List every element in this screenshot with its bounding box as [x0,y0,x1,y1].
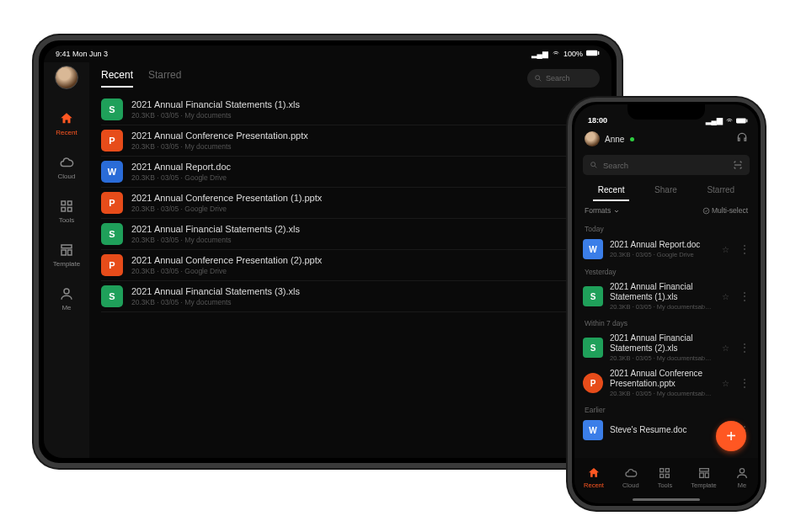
sidebar-item-recent[interactable]: Recent [56,111,77,136]
star-icon[interactable]: ☆ [722,379,729,388]
file-type-icon: W [101,161,123,183]
tab-starred[interactable]: Starred [148,69,181,88]
search-input[interactable]: Search [527,69,600,88]
tab-share[interactable]: Share [649,182,682,201]
file-row[interactable]: S2021 Annual Financial Statements (3).xl… [101,281,600,312]
home-indicator [633,498,700,501]
battery-pct: 100% [563,50,583,58]
svg-rect-8 [68,250,72,255]
file-title: 2021 Annual Report.doc [131,162,582,172]
tablet-time: 9:41 Mon Jun 3 [56,50,108,58]
file-title: 2021 Annual Report.doc [610,240,712,250]
svg-rect-12 [746,119,747,122]
svg-rect-1 [598,51,599,55]
more-icon[interactable]: ⋮ [740,290,750,302]
file-row[interactable]: P2021 Annual Conference Presentation (1)… [101,188,600,219]
file-title: 2021 Annual Conference Presentation.pptx [131,130,582,141]
svg-rect-2 [61,201,66,205]
file-meta: 20.3KB · 03/05 · My documents [131,111,582,120]
multi-select-button[interactable]: Multi-select [702,206,748,215]
file-row[interactable]: S2021 Annual Financial Statements (2).xl… [101,219,600,250]
file-title: 2021 Annual Conference Presentation.pptx [610,369,712,389]
more-icon[interactable]: ⋮ [740,342,750,354]
svg-rect-3 [68,201,72,205]
file-type-icon: P [101,254,123,276]
file-type-icon: W [583,420,603,440]
battery-icon [736,118,748,124]
file-row[interactable]: W2021 Annual Report.doc20.3KB · 03/05 · … [583,236,750,263]
file-type-icon: S [101,285,123,307]
section-header: Earlier [583,401,750,417]
tabbar-template[interactable]: Template [691,466,716,489]
phone-file-list: TodayW2021 Annual Report.doc20.3KB · 03/… [574,220,758,444]
tabbar-cloud[interactable]: Cloud [622,466,639,489]
file-meta: 20.3KB · 03/05 · Google Drive [131,205,582,213]
more-icon[interactable]: ⋮ [740,377,750,389]
sidebar-item-tools[interactable]: Tools [59,199,75,224]
notch [627,104,705,120]
file-meta: 20.3KB · 03/05 · Google Drive [610,251,712,258]
svg-rect-18 [666,474,670,477]
user-name: Anne [605,135,624,144]
tabbar-recent[interactable]: Recent [584,466,604,489]
formats-filter[interactable]: Formats [585,206,620,215]
section-header: Within 7 days [583,314,750,330]
search-placeholder: Search [603,161,728,170]
tablet-statusbar: 9:41 Mon Jun 3 ▂▄▆ 100% [44,45,611,62]
file-type-icon: W [583,239,603,259]
svg-rect-19 [699,468,708,471]
svg-rect-6 [61,245,72,248]
file-type-icon: S [583,338,603,358]
section-header: Today [583,220,750,236]
file-meta: 20.3KB · 03/05 · My documents [131,236,582,244]
avatar [585,131,600,146]
tab-starred[interactable]: Starred [702,182,740,201]
more-icon[interactable]: ⋮ [740,243,750,255]
star-icon[interactable]: ☆ [722,343,729,353]
signal-icon: ▂▄▆ [531,50,548,58]
phone-device: 18:00 ▂▄▆ Anne Search Recent Share [568,98,765,510]
svg-rect-17 [660,474,664,477]
tab-recent[interactable]: Recent [593,182,630,201]
file-type-icon: P [583,373,603,393]
add-button[interactable]: + [716,421,746,451]
file-row[interactable]: S2021 Annual Financial Statements (2).xl… [583,330,750,365]
tab-recent[interactable]: Recent [101,69,133,88]
user-badge[interactable]: Anne [585,131,634,146]
file-meta: 20.3KB · 03/05 · My documents [131,298,582,306]
file-row[interactable]: P2021 Annual Conference Presentation (2)… [101,250,600,281]
svg-rect-15 [660,468,664,471]
svg-point-10 [536,76,540,80]
svg-rect-11 [736,118,746,123]
tabbar-tools[interactable]: Tools [658,466,673,489]
avatar[interactable] [55,66,78,89]
file-title: 2021 Annual Financial Statements (3).xls [131,286,582,296]
file-title: 2021 Annual Conference Presentation (2).… [131,255,582,265]
file-row[interactable]: S2021 Annual Financial Statements (1).xl… [583,279,750,314]
online-dot [630,137,634,141]
file-meta: 20.3KB · 03/05 · Google Drive [131,173,582,182]
tablet-file-list: S2021 Annual Financial Statements (1).xl… [101,94,600,458]
file-meta: 20.3KB · 03/05 · Google Drive [131,267,582,275]
tabbar-me[interactable]: Me [735,466,749,489]
star-icon[interactable]: ☆ [722,245,729,254]
file-row[interactable]: W2021 Annual Report.doc20.3KB · 03/05 · … [101,157,600,188]
star-icon[interactable]: ☆ [722,292,729,301]
file-type-icon: P [101,192,123,214]
file-row[interactable]: S2021 Annual Financial Statements (1).xl… [101,94,600,125]
phone-search-input[interactable]: Search [583,155,750,175]
phone-time: 18:00 [588,116,607,125]
search-placeholder: Search [546,74,570,82]
sidebar-item-cloud[interactable]: Cloud [58,155,76,180]
file-row[interactable]: P2021 Annual Conference Presentation.ppt… [101,125,600,157]
file-row[interactable]: P2021 Annual Conference Presentation.ppt… [583,365,750,401]
file-title: 2021 Annual Financial Statements (1).xls [131,99,582,109]
sidebar-item-me[interactable]: Me [59,286,74,311]
svg-rect-5 [68,208,72,212]
headphone-icon[interactable] [736,131,748,146]
file-meta: 20.3KB · 03/05 · My documentsabcdefgh... [610,390,712,397]
section-header: Yesterday [583,263,750,279]
sidebar-item-template[interactable]: Template [53,242,80,268]
scan-icon[interactable] [733,160,743,170]
file-meta: 20.3KB · 03/05 · My documents [131,142,582,151]
